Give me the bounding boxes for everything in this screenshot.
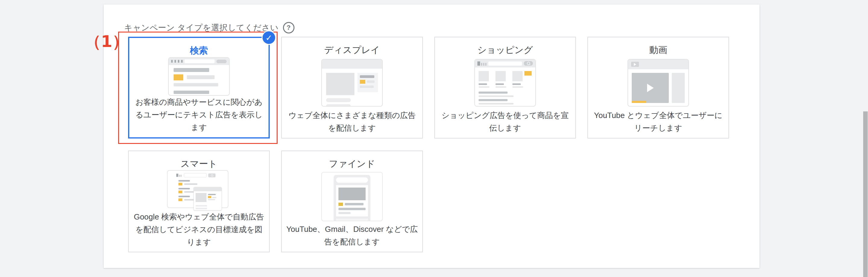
- page-title: キャンペーン タイプを選択してください: [124, 22, 279, 33]
- campaign-card-grid: （1） ✓ 検索: [128, 37, 729, 252]
- card-title-video: 動画: [649, 44, 667, 56]
- campaign-card-search[interactable]: （1） ✓ 検索: [128, 37, 270, 139]
- card-title-display: ディスプレイ: [324, 44, 380, 56]
- discovery-illustration: [282, 170, 422, 223]
- annotation-step-label: （1）: [85, 33, 118, 50]
- card-description-smart: Google 検索やウェブ全体で自動広告を配信してビジネスの目標達成を図ります: [129, 210, 269, 248]
- campaign-type-panel: キャンペーン タイプを選択してください ? （1） ✓ 検索: [104, 4, 760, 268]
- shopping-results-mock-icon: [474, 59, 536, 107]
- card-title-discovery: ファインド: [329, 158, 375, 170]
- selected-check-icon: ✓: [261, 30, 276, 45]
- campaign-card-video[interactable]: 動画 You: [587, 37, 729, 139]
- smart-illustration: [129, 170, 269, 210]
- mobile-feed-mock-icon: [321, 172, 383, 221]
- scrollbar-thumb[interactable]: [863, 111, 868, 277]
- search-icon: [524, 61, 533, 66]
- search-icon: [208, 173, 216, 177]
- card-row-1: （1） ✓ 検索: [128, 37, 729, 139]
- card-title-shopping: ショッピング: [477, 44, 533, 56]
- video-illustration: [588, 56, 728, 109]
- shopping-illustration: [435, 56, 575, 109]
- card-description-video: YouTube とウェブ全体でユーザーにリーチします: [588, 109, 728, 134]
- card-description-search: お客様の商品やサービスに関心があるユーザーにテキスト広告を表示します: [129, 96, 269, 134]
- overlapping-windows-mock-icon: [167, 170, 231, 210]
- webpage-mock-icon: [321, 59, 383, 107]
- campaign-card-display[interactable]: ディスプレイ: [281, 37, 423, 139]
- campaign-card-smart[interactable]: スマート: [128, 150, 270, 252]
- card-description-shopping: ショッピング広告を使って商品を宣伝します: [435, 109, 575, 134]
- video-player-mock-icon: [627, 59, 689, 107]
- display-illustration: [282, 56, 422, 109]
- help-icon[interactable]: ?: [283, 22, 294, 33]
- campaign-card-shopping[interactable]: ショッピング: [434, 37, 576, 139]
- campaign-card-discovery[interactable]: ファインド: [281, 150, 423, 252]
- play-icon: [647, 84, 654, 92]
- card-description-display: ウェブ全体にさまざまな種類の広告を配信します: [282, 109, 422, 134]
- card-title-search: 検索: [190, 44, 208, 57]
- browser-mock-icon: [168, 57, 230, 96]
- card-row-2: スマート: [128, 150, 729, 252]
- card-description-discovery: YouTube、Gmail、Discover などで広告を配信します: [282, 223, 422, 248]
- search-illustration: [129, 57, 269, 96]
- card-title-smart: スマート: [181, 158, 217, 170]
- play-logo-icon: [631, 62, 639, 67]
